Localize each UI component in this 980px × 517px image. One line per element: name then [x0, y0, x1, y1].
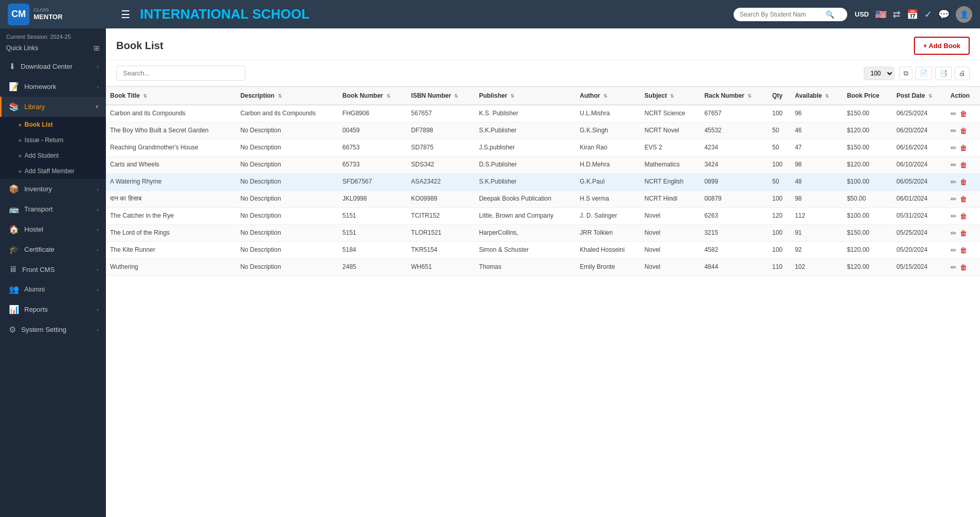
sidebar-item-download-center[interactable]: ⬇ Download Center › — [0, 56, 106, 77]
sidebar-item-label: Reports — [24, 306, 48, 313]
currency-label[interactable]: USD — [855, 10, 869, 18]
col-isbn-number[interactable]: ISBN Number ⇅ — [407, 87, 475, 105]
whatsapp-icon[interactable]: 💬 — [938, 9, 950, 20]
edit-button[interactable]: ✏ — [951, 195, 957, 203]
chevron-down-icon: ▾ — [96, 103, 99, 110]
sidebar-item-label: System Setting — [21, 326, 66, 333]
delete-button[interactable]: 🗑 — [960, 178, 967, 186]
col-qty[interactable]: Qty — [768, 87, 791, 105]
delete-button[interactable]: 🗑 — [960, 246, 967, 254]
action-cell: ✏ 🗑 — [946, 208, 980, 225]
table-row: The Catcher in the RyeNo Description5151… — [106, 208, 980, 225]
check-icon[interactable]: ✓ — [924, 9, 932, 20]
submenu-label: Book List — [25, 121, 53, 128]
sidebar-item-homework[interactable]: 📝 Homework › — [0, 77, 106, 97]
hostel-icon: 🏠 — [9, 224, 19, 234]
action-cell: ✏ 🗑 — [946, 174, 980, 191]
delete-button[interactable]: 🗑 — [960, 263, 967, 271]
school-title: INTERNATIONAL SCHOOL — [140, 6, 726, 22]
action-cell: ✏ 🗑 — [946, 140, 980, 157]
delete-button[interactable]: 🗑 — [960, 195, 967, 203]
col-author[interactable]: Author ⇅ — [575, 87, 640, 105]
action-cell: ✏ 🗑 — [946, 123, 980, 140]
col-description[interactable]: Description ⇅ — [236, 87, 338, 105]
library-submenu: » Book List » Issue - Return » Add Stude… — [0, 117, 106, 179]
main-layout: Current Session: 2024-25 Quick Links ⊞ ⬇… — [0, 28, 980, 517]
action-cell: ✏ 🗑 — [946, 259, 980, 276]
sidebar-item-label: Download Center — [21, 63, 72, 70]
calendar-icon[interactable]: 📅 — [907, 9, 918, 20]
delete-button[interactable]: 🗑 — [960, 144, 967, 152]
sidebar-item-library[interactable]: 📚 Library ▾ — [0, 97, 106, 117]
sidebar-item-front-cms[interactable]: 🖥 Front CMS › — [0, 260, 106, 279]
edit-button[interactable]: ✏ — [951, 110, 957, 118]
inventory-icon: 📦 — [9, 184, 19, 194]
quick-links: Quick Links ⊞ — [0, 42, 106, 56]
sidebar-item-book-list[interactable]: » Book List — [0, 117, 106, 132]
sidebar-item-alumni[interactable]: 👥 Alumni › — [0, 279, 106, 299]
edit-button[interactable]: ✏ — [951, 144, 957, 152]
edit-button[interactable]: ✏ — [951, 178, 957, 186]
sidebar-item-hostel[interactable]: 🏠 Hostel › — [0, 219, 106, 239]
sidebar-item-certificate[interactable]: 🎓 Certificate › — [0, 239, 106, 260]
action-cell: ✏ 🗑 — [946, 242, 980, 259]
search-icon[interactable]: 🔍 — [826, 10, 834, 19]
delete-button[interactable]: 🗑 — [960, 127, 967, 135]
table-search-input[interactable] — [116, 66, 245, 81]
col-book-number[interactable]: Book Number ⇅ — [338, 87, 407, 105]
delete-button[interactable]: 🗑 — [960, 161, 967, 169]
print-button[interactable]: 🖨 — [955, 67, 970, 80]
grid-icon[interactable]: ⊞ — [94, 44, 100, 52]
col-post-date[interactable]: Post Date ⇅ — [892, 87, 946, 105]
sidebar-item-add-staff-member[interactable]: » Add Staff Member — [0, 163, 106, 179]
edit-button[interactable]: ✏ — [951, 246, 957, 254]
sidebar-item-add-student[interactable]: » Add Student — [0, 148, 106, 163]
search-filter — [116, 66, 245, 81]
edit-button[interactable]: ✏ — [951, 263, 957, 271]
col-book-price[interactable]: Book Price — [843, 87, 892, 105]
delete-button[interactable]: 🗑 — [960, 229, 967, 237]
per-page-select[interactable]: 100 25 50 200 — [864, 67, 894, 80]
book-list-table-wrapper: Book Title ⇅ Description ⇅ Book Number ⇅… — [106, 86, 980, 517]
edit-button[interactable]: ✏ — [951, 161, 957, 169]
col-subject[interactable]: Subject ⇅ — [641, 87, 701, 105]
exchange-icon[interactable]: ⇄ — [893, 9, 900, 20]
chevron-right-icon: › — [97, 286, 99, 293]
col-book-title[interactable]: Book Title ⇅ — [106, 87, 236, 105]
edit-button[interactable]: ✏ — [951, 212, 957, 220]
logo-initials: CM — [11, 9, 26, 20]
delete-button[interactable]: 🗑 — [960, 212, 967, 220]
action-buttons: ✏ 🗑 — [951, 110, 976, 118]
search-input[interactable] — [740, 11, 822, 18]
sidebar-item-system-setting[interactable]: ⚙ System Setting › — [0, 320, 106, 340]
action-cell: ✏ 🗑 — [946, 225, 980, 242]
page-title: Book List — [116, 40, 163, 52]
chevron-right-icon: › — [97, 186, 99, 192]
delete-button[interactable]: 🗑 — [960, 110, 967, 118]
sidebar-item-inventory[interactable]: 📦 Inventory › — [0, 179, 106, 199]
chevron-right-icon: › — [97, 247, 99, 253]
add-book-button[interactable]: + Add Book — [914, 37, 970, 55]
col-publisher[interactable]: Publisher ⇅ — [475, 87, 575, 105]
action-buttons: ✏ 🗑 — [951, 212, 976, 220]
chevron-right-icon: › — [97, 266, 99, 272]
hamburger-button[interactable]: ☰ — [119, 6, 132, 23]
sidebar-item-issue-return[interactable]: » Issue - Return — [0, 132, 106, 148]
chevron-right-icon: › — [97, 64, 99, 70]
flag-icon[interactable]: 🇺🇸 — [875, 9, 886, 20]
col-available[interactable]: Available ⇅ — [791, 87, 843, 105]
sidebar-item-reports[interactable]: 📊 Reports › — [0, 299, 106, 320]
edit-button[interactable]: ✏ — [951, 127, 957, 135]
export-csv-button[interactable]: 📄 — [915, 67, 932, 80]
chevron-right-icon: › — [97, 307, 99, 313]
submenu-label: Add Staff Member — [25, 168, 75, 175]
user-avatar[interactable]: 👤 — [956, 6, 972, 23]
col-rack-number[interactable]: Rack Number ⇅ — [700, 87, 768, 105]
sidebar-item-label: Inventory — [24, 185, 52, 193]
app-name: CLASS MENTOR — [34, 7, 63, 21]
sidebar-item-transport[interactable]: 🚌 Transport › — [0, 199, 106, 219]
export-pdf-button[interactable]: 📑 — [935, 67, 952, 80]
edit-button[interactable]: ✏ — [951, 229, 957, 237]
table-header-row: Book Title ⇅ Description ⇅ Book Number ⇅… — [106, 87, 980, 105]
copy-button[interactable]: ⧉ — [899, 67, 912, 80]
